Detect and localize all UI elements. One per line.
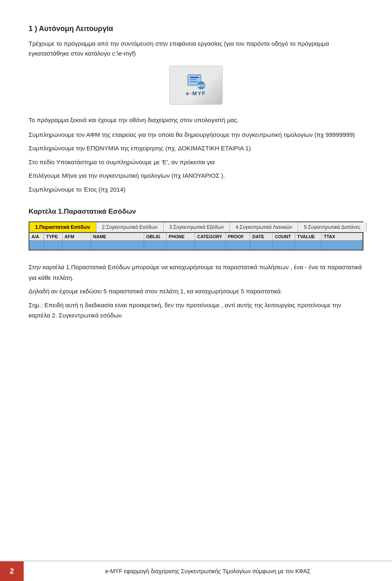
svg-text:MYF: MYF — [198, 84, 206, 88]
cell-count — [273, 241, 295, 250]
page: 1 ) Αυτόνομη Λειτουργία Τρέχουμε το πρόγ… — [0, 0, 392, 581]
cell-type — [44, 241, 62, 250]
col-header-aa: A/A — [29, 233, 44, 240]
tab-4[interactable]: 4.Συγκεντρωτικά Λιανικών — [230, 222, 298, 232]
page-number: 2 — [0, 561, 24, 581]
cell-afm — [62, 241, 91, 250]
kartela-heading: Καρτέλα 1.Παραστατικά Εσόδων — [29, 208, 363, 216]
cell-oblig — [144, 241, 167, 250]
page-footer: 2 e-MYF εφαρμογή διαχείρισης Συγκεντρωτι… — [0, 561, 392, 581]
col-header-tvalue: TVALUE — [295, 233, 322, 240]
cell-category — [195, 241, 226, 250]
bottom-paragraph-1: Στην καρτέλα 1.Παραστατικά Εσόδων μπορού… — [29, 262, 363, 283]
col-header-date: DATE — [250, 233, 273, 240]
logo-label: e-MYF — [186, 90, 206, 96]
instruction-2: Συμπληρώνουμε την ΕΠΩΝΥΜΙΑ της επιχείρησ… — [29, 143, 363, 154]
col-header-count: COUNT — [273, 233, 295, 240]
section-title: 1 ) Αυτόνομη Λειτουργία — [29, 25, 363, 33]
footer-text: e-MYF εφαρμογή διαχείρισης Συγκεντρωτική… — [24, 561, 392, 581]
logo-box: MYF e-MYF — [169, 66, 223, 105]
bottom-paragraph-3: Σημ.: Επειδή αυτή η διαδικασία είναι προ… — [29, 300, 363, 321]
logo-svg: MYF — [186, 74, 206, 90]
svg-rect-1 — [190, 77, 199, 78]
tab-5[interactable]: 5.Συγκεντρωτικά Δαπάνες — [298, 222, 366, 232]
bottom-paragraph-2: Δηλαδή αν έχουμε εκδώσει 5 παραστατικά σ… — [29, 286, 363, 297]
col-header-afm: AFM — [62, 233, 91, 240]
cell-ttax — [322, 241, 363, 250]
cell-name — [91, 241, 144, 250]
column-headers: A/A TYPE AFM NAME OBLIG PHONE CATEGORY P… — [29, 233, 363, 241]
after-logo-text: Το πρόγραμμα ξεκινά και έχουμε την οθόνη… — [29, 115, 363, 125]
cell-proof — [226, 241, 250, 250]
cell-tvalue — [295, 241, 322, 250]
svg-rect-2 — [190, 79, 196, 80]
tab-3[interactable]: 3.Συγκεντρωτικά Εξόδων — [164, 222, 230, 232]
cell-phone — [167, 241, 195, 250]
svg-rect-3 — [190, 81, 198, 82]
table-row — [29, 241, 363, 250]
instruction-4: Επιλέγουμε Μήνα για την συγκεντρωτική τι… — [29, 170, 363, 181]
cell-date — [250, 241, 273, 250]
col-header-category: CATEGORY — [195, 233, 226, 240]
cell-aa — [29, 241, 44, 250]
col-header-oblig: OBLIG — [144, 233, 167, 240]
instruction-1: Συμπληρώνουμε τον ΑΦΜ της εταιρείας για … — [29, 130, 363, 140]
col-header-type: TYPE — [44, 233, 62, 240]
col-header-ttax: TTAX — [322, 233, 363, 240]
bottom-texts: Στην καρτέλα 1.Παραστατικά Εσόδων μπορού… — [29, 262, 363, 321]
col-header-name: NAME — [91, 233, 144, 240]
col-header-proof: PROOF — [226, 233, 250, 240]
tab-1[interactable]: 1.Παραστατικά Εσόδων — [29, 222, 96, 232]
tab-2[interactable]: 2.Συγκεντρωτικά Εσόδων — [96, 222, 164, 232]
instructions-block: Συμπληρώνουμε τον ΑΦΜ της εταιρείας για … — [29, 130, 363, 195]
intro-paragraph: Τρέχουμε το πρόγραμμα από την συντόμευση… — [29, 39, 363, 58]
instruction-5: Συμπληρώνουμε το Έτος (πχ 2014) — [29, 184, 363, 195]
logo-area: MYF e-MYF — [29, 66, 363, 106]
data-table: 1.Παραστατικά Εσόδων 2.Συγκεντρωτικά Εσό… — [29, 221, 363, 250]
logo-inner: MYF e-MYF — [170, 66, 222, 104]
instruction-3: Στο πεδίο Υποκατάστημα το συμπληρώνουμε … — [29, 157, 363, 168]
tabs-row: 1.Παραστατικά Εσόδων 2.Συγκεντρωτικά Εσό… — [29, 222, 363, 233]
col-header-phone: PHONE — [167, 233, 195, 240]
